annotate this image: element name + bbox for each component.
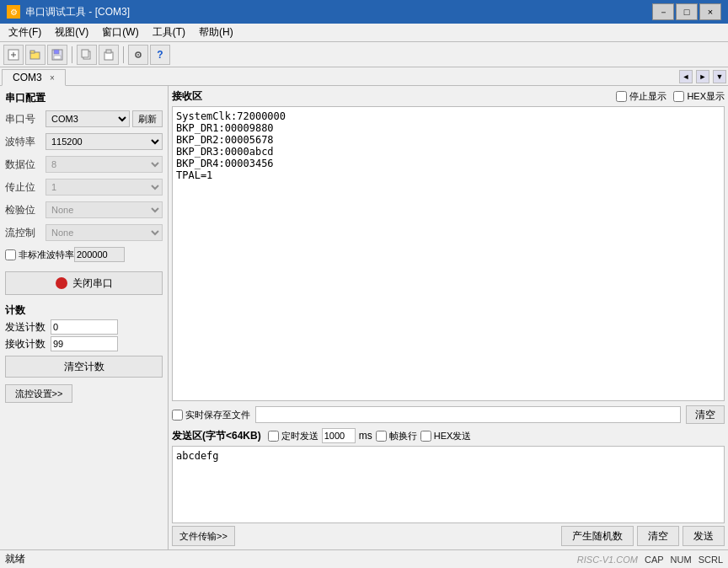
recv-count-input[interactable] — [51, 336, 118, 351]
stopbits-select[interactable]: 1 — [46, 179, 163, 196]
hex-display-label[interactable]: HEX显示 — [673, 90, 725, 103]
timed-send-checkbox[interactable] — [268, 431, 279, 442]
menu-item-tools[interactable]: 工具(T) — [146, 24, 192, 41]
nonstandard-checkbox-label[interactable]: 非标准波特率 — [5, 249, 74, 261]
toolbar-open-btn[interactable] — [25, 45, 46, 65]
save-icon — [51, 49, 63, 61]
menu-item-window[interactable]: 窗口(W) — [95, 24, 145, 41]
recv-count-label: 接收计数 — [5, 337, 51, 351]
toolbar-paste-btn[interactable] — [99, 45, 119, 65]
newline-checkbox[interactable] — [376, 431, 387, 442]
svg-rect-7 — [54, 56, 61, 59]
hex-send-label[interactable]: HEX发送 — [420, 430, 472, 442]
title-bar: ⚙ 串口调试工具 - [COM3] － □ × — [0, 0, 728, 24]
realtime-save-label[interactable]: 实时保存至文件 — [172, 409, 250, 421]
timed-send-text: 定时发送 — [281, 430, 318, 442]
open-icon — [29, 49, 41, 61]
new-icon — [8, 49, 19, 61]
clear-send-button[interactable]: 清空 — [637, 526, 679, 546]
hex-send-checkbox[interactable] — [420, 431, 431, 442]
realtime-save-text: 实时保存至文件 — [185, 409, 250, 421]
nonstandard-row: 非标准波特率 — [5, 247, 163, 262]
clear-count-button[interactable]: 清空计数 — [5, 356, 163, 378]
databits-select[interactable]: 8 — [46, 156, 163, 173]
restore-button[interactable]: □ — [676, 3, 698, 20]
send-bottom: 文件传输>> 产生随机数 清空 发送 — [172, 526, 725, 546]
tab-close-btn[interactable]: × — [50, 73, 55, 83]
svg-rect-11 — [106, 50, 111, 53]
tab-nav-down[interactable]: ▼ — [713, 70, 726, 83]
flowctrl-row: 流控制 None — [5, 224, 163, 241]
toolbar-new-btn[interactable] — [3, 45, 24, 65]
checkbits-select[interactable]: None — [46, 201, 163, 218]
open-port-label: 关闭串口 — [72, 276, 113, 291]
timed-send-row: 定时发送 ms 帧换行 HEX发送 — [268, 428, 472, 443]
flow-settings-button[interactable]: 流控设置>> — [5, 384, 72, 403]
tab-nav-left[interactable]: ◄ — [679, 70, 693, 83]
scrl-badge: SCRL — [699, 555, 723, 565]
menu-item-view[interactable]: 视图(V) — [48, 24, 95, 41]
newline-label[interactable]: 帧换行 — [376, 430, 417, 442]
port-label: 串口号 — [5, 112, 46, 126]
recv-count-row: 接收计数 — [5, 336, 163, 351]
cap-badge: CAP — [645, 555, 664, 565]
refresh-button[interactable]: 刷新 — [132, 110, 163, 127]
stop-display-text: 停止显示 — [629, 90, 666, 103]
tab-nav-right[interactable]: ► — [696, 70, 709, 83]
flowctrl-select[interactable]: None — [46, 224, 163, 241]
flowctrl-label: 流控制 — [5, 226, 46, 240]
menu-bar: 文件(F) 视图(V) 窗口(W) 工具(T) 帮助(H) — [0, 24, 728, 42]
tab-bar: COM3 × ◄ ► ▼ — [0, 67, 728, 86]
toolbar-save-btn[interactable] — [47, 45, 67, 65]
copy-icon — [81, 49, 93, 61]
port-row: 串口号 COM3 刷新 — [5, 110, 163, 127]
send-section: 发送区(字节<64KB) 定时发送 ms 帧换行 HEX发送 — [172, 428, 725, 546]
toolbar-help-btn[interactable]: ? — [150, 45, 170, 65]
close-button[interactable]: × — [699, 3, 721, 20]
menu-item-file[interactable]: 文件(F) — [2, 24, 48, 41]
port-select[interactable]: COM3 — [46, 110, 130, 127]
baud-select[interactable]: 115200 — [46, 133, 163, 150]
stop-display-checkbox[interactable] — [616, 91, 627, 102]
status-text: 就绪 — [5, 552, 25, 566]
timed-send-input[interactable] — [322, 428, 356, 443]
nonstandard-label: 非标准波特率 — [19, 249, 74, 261]
svg-rect-9 — [82, 50, 88, 57]
toolbar: ? — [0, 42, 728, 67]
minimize-button[interactable]: － — [652, 3, 674, 20]
send-count-label: 发送计数 — [5, 320, 51, 335]
watermark: RISC-V1.COM — [577, 555, 638, 565]
nonstandard-checkbox[interactable] — [5, 249, 16, 260]
right-panel: 接收区 停止显示 HEX显示 SystemClk:72000000 BKP_DR… — [169, 86, 728, 549]
send-button[interactable]: 发送 — [682, 526, 725, 546]
realtime-save-checkbox[interactable] — [172, 410, 183, 421]
toolbar-copy-btn[interactable] — [77, 45, 97, 65]
send-textarea[interactable]: abcdefg — [172, 446, 725, 523]
send-count-input[interactable] — [51, 319, 118, 335]
stop-display-label[interactable]: 停止显示 — [616, 90, 666, 103]
send-header: 发送区(字节<64KB) 定时发送 ms 帧换行 HEX发送 — [172, 428, 725, 443]
count-title: 计数 — [5, 303, 163, 318]
random-button[interactable]: 产生随机数 — [561, 526, 634, 546]
save-path-input[interactable] — [255, 406, 681, 423]
timed-send-label[interactable]: 定时发送 — [268, 430, 318, 442]
clear-recv-button[interactable]: 清空 — [686, 405, 725, 424]
send-count-row: 发送计数 — [5, 319, 163, 335]
serial-config-title: 串口配置 — [5, 91, 163, 105]
file-trans-button[interactable]: 文件传输>> — [172, 526, 235, 546]
receive-textarea[interactable]: SystemClk:72000000 BKP_DR1:00009880 BKP_… — [172, 106, 725, 401]
hex-display-text: HEX显示 — [687, 90, 725, 103]
toolbar-settings-btn[interactable] — [128, 45, 148, 65]
port-status-indicator — [56, 277, 67, 289]
open-port-button[interactable]: 关闭串口 — [5, 271, 163, 295]
nonstandard-input[interactable] — [74, 247, 125, 262]
menu-item-help[interactable]: 帮助(H) — [192, 24, 240, 41]
toolbar-separator-2 — [123, 46, 124, 63]
send-title: 发送区(字节<64KB) — [172, 429, 261, 443]
status-right: RISC-V1.COM CAP NUM SCRL — [577, 555, 723, 565]
hex-display-checkbox[interactable] — [673, 91, 684, 102]
baud-label: 波特率 — [5, 135, 46, 149]
tab-com3[interactable]: COM3 × — [2, 69, 66, 86]
hex-send-text: HEX发送 — [434, 430, 472, 442]
checkbits-label: 检验位 — [5, 203, 46, 217]
